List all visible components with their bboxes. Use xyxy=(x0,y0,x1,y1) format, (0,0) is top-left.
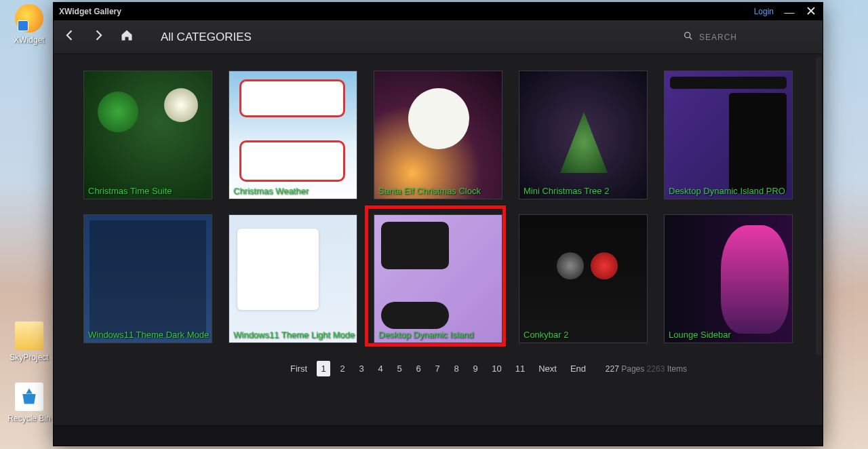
gallery-item-label: Conkybar 2 xyxy=(524,330,568,340)
titlebar: XWidget Gallery Login — xyxy=(54,3,823,20)
gallery-item[interactable]: Christmas Weather xyxy=(229,71,357,199)
desktop-icon-skyproject[interactable]: SkyProject xyxy=(5,321,53,362)
scrollbar[interactable] xyxy=(816,57,821,355)
page-number[interactable]: 7 xyxy=(431,361,444,376)
search-icon xyxy=(683,31,694,44)
gallery-item[interactable]: Mini Christmas Tree 2 xyxy=(519,71,648,199)
gallery-item[interactable]: Windows11 Theme Light Mode xyxy=(229,214,357,343)
page-number[interactable]: 11 xyxy=(511,361,529,376)
gallery-item[interactable]: Santa Elf Christmas Clock xyxy=(374,71,502,199)
gallery-item-label: Desktop Dynamic Island xyxy=(378,330,473,340)
desktop-icon-xwidget[interactable]: XWidget xyxy=(5,4,53,45)
gallery-item-label: Mini Christmas Tree 2 xyxy=(524,186,609,196)
gallery-item-label: Desktop Dynamic Island PRO xyxy=(669,186,785,196)
window-title: XWidget Gallery xyxy=(59,7,121,16)
folder-icon xyxy=(15,321,43,350)
page-number[interactable]: 4 xyxy=(374,361,387,376)
page-number[interactable]: 2 xyxy=(336,361,349,376)
gallery-item[interactable]: Christmas Time Suite xyxy=(83,71,212,199)
pagination: First 1 2 3 4 5 6 7 8 9 10 11 Next End 2… xyxy=(67,343,809,390)
gallery-item-label: Windows11 Theme Light Mode xyxy=(233,330,355,340)
gallery-grid: Christmas Time Suite Christmas Weather S… xyxy=(67,71,809,343)
forward-button[interactable] xyxy=(90,28,106,45)
page-number[interactable]: 5 xyxy=(393,361,406,376)
close-button[interactable] xyxy=(805,6,817,18)
page-number[interactable]: 1 xyxy=(317,361,330,376)
bottom-bar xyxy=(54,425,823,446)
toolbar: All CATEGORIES xyxy=(54,20,823,54)
gallery-content: Christmas Time Suite Christmas Weather S… xyxy=(54,54,823,425)
back-button[interactable] xyxy=(62,28,78,45)
page-number[interactable]: 3 xyxy=(355,361,368,376)
gallery-item-label: Christmas Weather xyxy=(233,186,309,196)
search-box[interactable] xyxy=(683,31,814,44)
desktop-icon-label: XWidget xyxy=(5,35,53,45)
page-number[interactable]: 10 xyxy=(488,361,505,376)
desktop-icon-recyclebin[interactable]: Recycle Bin xyxy=(5,383,53,423)
desktop-icon-label: Recycle Bin xyxy=(5,414,53,423)
gallery-item[interactable]: Conkybar 2 xyxy=(519,214,648,343)
gallery-item-highlighted[interactable]: Desktop Dynamic Island xyxy=(374,214,502,343)
gallery-item-label: Lounge Sidebar xyxy=(669,330,731,340)
page-number[interactable]: 8 xyxy=(450,361,463,376)
breadcrumb: All CATEGORIES xyxy=(161,31,252,44)
gallery-item[interactable]: Desktop Dynamic Island PRO xyxy=(664,71,793,199)
svg-point-0 xyxy=(685,32,690,37)
xwidget-gallery-window: XWidget Gallery Login — All CATEGORIES xyxy=(53,2,823,446)
login-link[interactable]: Login xyxy=(754,7,774,16)
page-number[interactable]: 6 xyxy=(412,361,425,376)
pagination-info: 227 Pages 2263 Items xyxy=(606,364,687,374)
gallery-item-label: Windows11 Theme Dark Mode xyxy=(88,330,209,340)
search-input[interactable] xyxy=(699,33,814,42)
home-button[interactable] xyxy=(119,28,135,45)
page-next[interactable]: Next xyxy=(534,361,561,376)
recycle-bin-icon xyxy=(15,383,43,411)
minimize-button[interactable]: — xyxy=(783,6,795,18)
page-end[interactable]: End xyxy=(566,361,590,376)
page-first[interactable]: First xyxy=(286,361,311,376)
gallery-item[interactable]: Windows11 Theme Dark Mode xyxy=(83,214,212,343)
desktop-icon-label: SkyProject xyxy=(5,353,53,362)
xwidget-app-icon xyxy=(15,4,43,33)
page-number[interactable]: 9 xyxy=(469,361,482,376)
gallery-item-label: Santa Elf Christmas Clock xyxy=(378,186,481,196)
gallery-item[interactable]: Lounge Sidebar xyxy=(664,214,793,343)
gallery-item-label: Christmas Time Suite xyxy=(88,186,172,196)
